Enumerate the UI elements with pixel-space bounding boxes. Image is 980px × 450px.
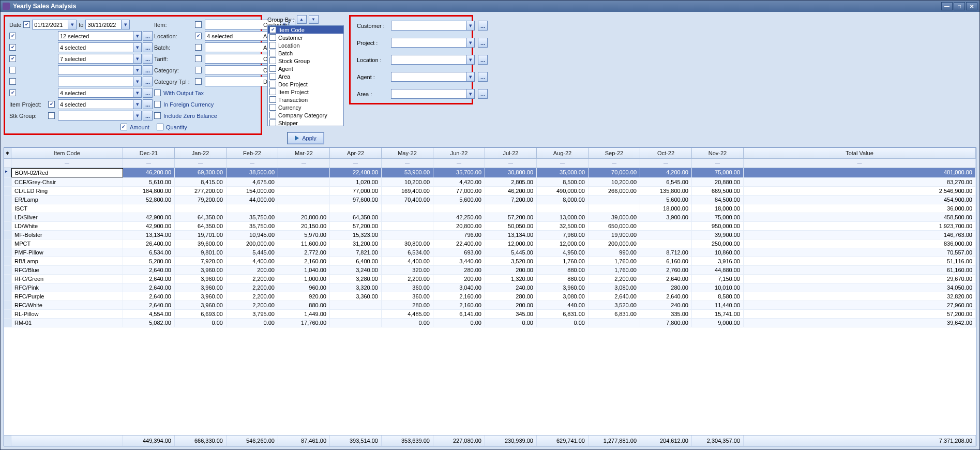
groupby-item-check[interactable] [269, 119, 276, 126]
stkgroup-browse-button[interactable]: ... [143, 111, 153, 121]
date-enable-check[interactable] [23, 21, 30, 28]
chevron-down-icon[interactable]: ▾ [121, 20, 130, 29]
in-foreign-currency-check[interactable] [154, 101, 161, 108]
chevron-down-icon[interactable]: ▾ [466, 55, 475, 65]
groupby-item[interactable]: Area [268, 72, 343, 80]
itemproject-enable-check[interactable] [48, 101, 55, 108]
row-header[interactable] [4, 283, 11, 292]
groupby-item[interactable]: Location [268, 41, 343, 49]
column-header[interactable]: Mar-22 [278, 148, 330, 158]
row-header[interactable] [4, 178, 11, 186]
rf-area-input[interactable]: ▾ [391, 89, 475, 99]
window-minimize-button[interactable]: — [941, 2, 953, 10]
chevron-down-icon[interactable]: ▾ [133, 54, 142, 64]
stkgroup-input[interactable]: ▾ [58, 111, 142, 121]
chevron-down-icon[interactable]: ▾ [68, 20, 77, 29]
filter-cell[interactable]: — [692, 159, 744, 168]
tariff-enable-check[interactable] [195, 55, 202, 62]
row-header[interactable] [4, 239, 11, 248]
groupby-item-check[interactable] [269, 50, 276, 56]
table-row[interactable]: RM-015,082.000.000.0017,760.000.000.000.… [4, 319, 976, 327]
row-header[interactable] [4, 266, 11, 274]
groupby-item-check[interactable] [269, 57, 276, 64]
rf-customer-input[interactable]: ▾ [391, 21, 475, 31]
groupby-item[interactable]: Doc Project [268, 80, 343, 88]
filter-cell[interactable]: — [227, 159, 278, 168]
groupby-item[interactable]: Item Project [268, 88, 343, 96]
chevron-down-icon[interactable]: ▾ [466, 72, 475, 82]
row-header[interactable] [4, 292, 11, 301]
docproject-input[interactable]: ▾ [58, 88, 142, 98]
table-row[interactable]: CCE/Grey-Chair5,610.008,415.004,675.001,… [4, 178, 976, 187]
groupby-item-check[interactable] [269, 65, 276, 72]
groupby-item[interactable]: Shipper [268, 119, 343, 126]
table-row[interactable]: ER/Lamp52,800.0079,200.0044,000.0097,600… [4, 196, 976, 204]
customer-enable-check[interactable] [9, 33, 16, 39]
groupby-item[interactable]: Stock Group [268, 57, 343, 65]
row-header[interactable] [4, 204, 11, 213]
groupby-item-check[interactable] [269, 104, 276, 111]
itemproject-input[interactable]: ▾ [58, 99, 142, 109]
table-row[interactable]: BOM-02/Red46,200.0069,300.0038,500.0022,… [4, 168, 976, 178]
cocategory-browse-button[interactable]: ... [143, 77, 153, 86]
area-input[interactable]: ▾ [58, 54, 142, 64]
row-header[interactable] [4, 168, 11, 177]
agent-browse-button[interactable]: ... [143, 42, 153, 52]
groupby-item[interactable]: Company Category [268, 111, 343, 119]
filter-cell[interactable]: — [589, 159, 640, 168]
table-row[interactable]: PMF-Pillow6,534.009,801.005,445.002,772.… [4, 248, 976, 257]
rf-agent-browse-button[interactable]: ... [478, 72, 488, 82]
chevron-down-icon[interactable]: ▾ [133, 77, 142, 86]
table-row[interactable]: LD/White42,900.0064,350.0035,750.0020,15… [4, 222, 976, 231]
chevron-down-icon[interactable]: ▾ [133, 65, 142, 75]
cocategory-input[interactable]: ▾ [58, 77, 142, 86]
table-row[interactable]: RB/Lamp5,280.007,920.004,400.002,160.006… [4, 257, 976, 266]
row-header[interactable] [4, 248, 11, 257]
chevron-down-icon[interactable]: ▾ [466, 89, 475, 99]
filter-cell[interactable]: — [123, 159, 175, 168]
filter-cell[interactable] [4, 159, 11, 168]
column-header[interactable]: Jan-22 [175, 148, 227, 158]
area-browse-button[interactable]: ... [143, 54, 153, 64]
column-header[interactable]: Feb-22 [227, 148, 278, 158]
groupby-move-down-button[interactable]: ▼ [309, 15, 319, 24]
rf-project-browse-button[interactable]: ... [478, 38, 488, 48]
table-row[interactable]: RL-Pillow4,554.006,693.003,795.001,449.0… [4, 310, 976, 319]
rf-customer-browse-button[interactable]: ... [478, 21, 488, 31]
table-row[interactable]: LD/Silver42,900.0064,350.0035,750.0020,8… [4, 213, 976, 222]
window-close-button[interactable]: ✕ [966, 2, 977, 10]
date-from-input[interactable]: ▾ [32, 20, 77, 29]
row-header[interactable] [4, 196, 11, 204]
filter-cell[interactable]: — [537, 159, 589, 168]
rf-project-input[interactable]: ▾ [391, 38, 475, 48]
date-to-input[interactable]: ▾ [85, 20, 130, 29]
rf-agent-input[interactable]: ▾ [391, 72, 475, 82]
filter-cell[interactable]: — [382, 159, 433, 168]
docproject-browse-button[interactable]: ... [143, 88, 153, 98]
column-header[interactable]: Aug-22 [537, 148, 589, 158]
itemproject-browse-button[interactable]: ... [143, 99, 153, 109]
currency-input[interactable]: ▾ [58, 65, 142, 75]
groupby-item[interactable]: Batch [268, 49, 343, 57]
groupby-item-check[interactable] [269, 96, 276, 103]
row-header[interactable] [4, 187, 11, 195]
column-header[interactable]: Oct-22 [640, 148, 692, 158]
table-row[interactable]: RFC/White2,640.003,960.002,200.00880.002… [4, 301, 976, 310]
row-header[interactable] [4, 319, 11, 327]
row-header[interactable] [4, 301, 11, 309]
chevron-down-icon[interactable]: ▾ [466, 21, 475, 31]
table-row[interactable]: RFC/Pink2,640.003,960.002,200.00960.003,… [4, 283, 976, 292]
filter-cell[interactable]: — [278, 159, 330, 168]
customer-input[interactable]: ▾ [58, 31, 142, 41]
amount-check[interactable] [120, 124, 127, 130]
column-header[interactable]: Total Value [744, 148, 976, 158]
agent-input[interactable]: ▾ [58, 42, 142, 52]
rf-location-input[interactable]: ▾ [391, 55, 475, 65]
table-row[interactable]: MF-Bolster13,134.0019,701.0010,945.005,9… [4, 231, 976, 239]
groupby-item[interactable]: Transaction [268, 96, 343, 103]
filter-cell[interactable]: — [744, 159, 976, 168]
filter-cell[interactable]: — [11, 159, 123, 168]
column-header[interactable]: Jul-22 [485, 148, 537, 158]
currency-browse-button[interactable]: ... [143, 65, 153, 75]
chevron-down-icon[interactable]: ▾ [133, 42, 142, 52]
